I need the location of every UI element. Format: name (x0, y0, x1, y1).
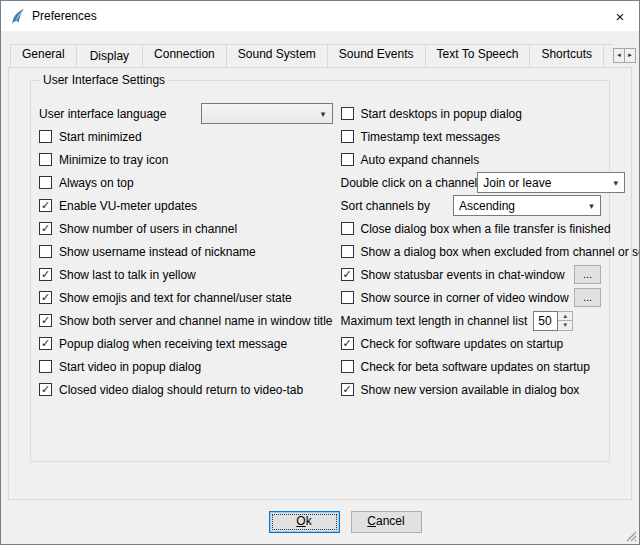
max-text-length-spinner: 50▲▼ (533, 311, 573, 331)
checkbox-label: Show last to talk in yellow (59, 268, 196, 282)
combo-row: Double click on a channelJoin or leave▾ (341, 171, 602, 194)
button-row: Ok Cancel (1, 500, 639, 544)
option-row: Always on top (39, 171, 333, 194)
checkbox-label: Enable VU-meter updates (59, 199, 197, 213)
checkbox-start-desktops-in-popup-dialog[interactable] (341, 107, 354, 120)
group-title: User Interface Settings (40, 73, 168, 87)
checkbox-label: Show number of users in channel (59, 222, 237, 236)
close-icon[interactable]: × (601, 1, 639, 31)
checkbox-show-both-server-and-channel-name-in-window-title[interactable]: ✓ (39, 314, 52, 327)
checkbox-always-on-top[interactable] (39, 176, 52, 189)
option-row: Check for beta software updates on start… (341, 355, 602, 378)
spin-up-icon[interactable]: ▲ (558, 312, 572, 321)
option-row: ✓Enable VU-meter updates (39, 194, 333, 217)
option-row: ✓Show both server and channel name in wi… (39, 309, 333, 332)
option-row: ✓Show new version available in dialog bo… (341, 378, 602, 401)
checkbox-show-a-dialog-box-when-excluded-from-channel-or-server[interactable] (341, 245, 354, 258)
language-label: User interface language (39, 107, 166, 121)
checkbox-label: Auto expand channels (361, 153, 480, 167)
checkbox-show-source-in-corner-of-video-window[interactable] (341, 291, 354, 304)
option-row: Close dialog box when a file transfer is… (341, 217, 602, 240)
option-row: ✓Show emojis and text for channel/user s… (39, 286, 333, 309)
chevron-down-icon: ▾ (607, 178, 624, 188)
ok-button[interactable]: Ok (269, 511, 340, 533)
checkbox-show-new-version-available-in-dialog-box[interactable]: ✓ (341, 383, 354, 396)
tab-text-to-speech[interactable]: Text To Speech (425, 44, 531, 67)
checkbox-label: Start video in popup dialog (59, 360, 201, 374)
checkbox-close-dialog-box-when-a-file-transfer-is-finished[interactable] (341, 222, 354, 235)
left-column: User interface language▾Start minimizedM… (39, 102, 333, 401)
chevron-down-icon: ▾ (315, 109, 332, 119)
ellipsis-button[interactable]: ... (574, 265, 601, 284)
checkbox-popup-dialog-when-receiving-text-message[interactable]: ✓ (39, 337, 52, 350)
user-interface-settings-group: User Interface Settings User interface l… (30, 80, 610, 462)
option-row: Auto expand channels (341, 148, 602, 171)
checkbox-label: Show new version available in dialog box (361, 383, 580, 397)
ellipsis-button[interactable]: ... (574, 288, 601, 307)
checkbox-show-username-instead-of-nickname[interactable] (39, 245, 52, 258)
checkbox-start-video-in-popup-dialog[interactable] (39, 360, 52, 373)
checkbox-show-emojis-and-text-for-channel-user-state[interactable]: ✓ (39, 291, 52, 304)
checkbox-label: Check for software updates on startup (361, 337, 564, 351)
checkbox-auto-expand-channels[interactable] (341, 153, 354, 166)
spin-label: Maximum text length in channel list (341, 314, 528, 328)
tab-video[interactable]: Video (603, 44, 613, 67)
checkbox-start-minimized[interactable] (39, 130, 52, 143)
option-row: Start desktops in popup dialog (341, 102, 602, 125)
checkbox-label: Show username instead of nickname (59, 245, 256, 259)
checkbox-label: Minimize to tray icon (59, 153, 168, 167)
checkbox-label: Show source in corner of video window (361, 291, 569, 305)
combo-label: Double click on a channel (341, 176, 478, 190)
tab-connection[interactable]: Connection (142, 44, 227, 67)
resize-grip[interactable] (624, 529, 637, 542)
checkbox-show-last-to-talk-in-yellow[interactable]: ✓ (39, 268, 52, 281)
option-row: Show a dialog box when excluded from cha… (341, 240, 602, 263)
tab-display[interactable]: Display (76, 44, 143, 67)
tab-sound-events[interactable]: Sound Events (327, 44, 426, 67)
checkbox-enable-vu-meter-updates[interactable]: ✓ (39, 199, 52, 212)
checkbox-label: Start minimized (59, 130, 142, 144)
checkbox-check-for-beta-software-updates-on-startup[interactable] (341, 360, 354, 373)
dropdown-sort-channels-by[interactable]: Ascending▾ (453, 195, 601, 216)
option-row: ✓Closed video dialog should return to vi… (39, 378, 333, 401)
checkbox-label: Close dialog box when a file transfer is… (361, 222, 611, 236)
checkbox-show-number-of-users-in-channel[interactable]: ✓ (39, 222, 52, 235)
checkbox-show-statusbar-events-in-chat-window[interactable]: ✓ (341, 268, 354, 281)
spin-down-icon[interactable]: ▼ (558, 320, 572, 330)
dropdown-double-click-on-a-channel[interactable]: Join or leave▾ (477, 172, 625, 193)
checkbox-timestamp-text-messages[interactable] (341, 130, 354, 143)
checkbox-closed-video-dialog-should-return-to-video-tab[interactable]: ✓ (39, 383, 52, 396)
checkbox-label: Always on top (59, 176, 134, 190)
spin-value: 50 (533, 311, 558, 331)
tab-shortcuts[interactable]: Shortcuts (529, 44, 604, 67)
tab-bar: GeneralDisplayConnectionSound SystemSoun… (1, 31, 639, 67)
language-row: User interface language▾ (39, 102, 333, 125)
tab-scrollers: ◄ ► (614, 48, 636, 63)
checkbox-label: Timestamp text messages (361, 130, 501, 144)
option-row: ✓Show statusbar events in chat-window... (341, 263, 602, 286)
checkbox-label: Popup dialog when receiving text message (59, 337, 287, 351)
option-row: ✓Show number of users in channel (39, 217, 333, 240)
checkbox-minimize-to-tray-icon[interactable] (39, 153, 52, 166)
spin-arrows: ▲▼ (558, 311, 573, 331)
checkbox-check-for-software-updates-on-startup[interactable]: ✓ (341, 337, 354, 350)
tab-sound-system[interactable]: Sound System (226, 44, 328, 67)
checkbox-label: Show statusbar events in chat-window (361, 268, 565, 282)
tab-scroll-right-icon[interactable]: ► (624, 48, 636, 63)
option-row: Minimize to tray icon (39, 148, 333, 171)
checkbox-label: Start desktops in popup dialog (361, 107, 522, 121)
combo-row: Sort channels byAscending▾ (341, 194, 602, 217)
settings-columns: User interface language▾Start minimizedM… (39, 102, 601, 401)
app-icon (9, 8, 26, 25)
combo-value: Ascending (459, 199, 515, 213)
tab-general[interactable]: General (10, 44, 77, 67)
language-dropdown[interactable]: ▾ (201, 103, 333, 124)
option-row: Show username instead of nickname (39, 240, 333, 263)
cancel-button[interactable]: Cancel (351, 511, 422, 533)
option-row: ✓Show last to talk in yellow (39, 263, 333, 286)
checkbox-label: Check for beta software updates on start… (361, 360, 590, 374)
option-row: ✓Check for software updates on startup (341, 332, 602, 355)
option-row: Show source in corner of video window... (341, 286, 602, 309)
spin-row: Maximum text length in channel list50▲▼ (341, 309, 602, 332)
option-row: Start minimized (39, 125, 333, 148)
